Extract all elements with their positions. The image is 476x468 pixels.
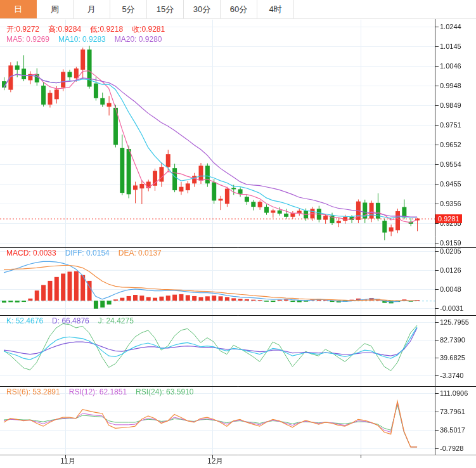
macd-axis-tick-2: 0.0048 (440, 285, 461, 293)
ohlc-item-2: 低:0.9218 (90, 25, 123, 34)
ma-item-1: MA10: 0.9283 (58, 35, 106, 44)
macd-axis-tick-0: 0.0205 (440, 247, 461, 255)
rsi-axis-tick-1: 73.7961 (440, 408, 465, 415)
rsi-header: RSI(6): 53.2891RSI(12): 62.1851RSI(24): … (6, 387, 203, 396)
x-axis-month-0: 11月 (60, 456, 75, 467)
ohlc-item-3: 收:0.9281 (132, 25, 165, 34)
chart-canvas (0, 0, 476, 468)
main-axis-tick-7: 0.9554 (440, 160, 461, 168)
main-axis-tick-0: 1.0244 (440, 23, 461, 30)
trading-chart-app: 日周月5分15分30分60分4时 开:0.9272高:0.9284低:0.921… (0, 0, 476, 468)
macd-axis-tick-3: -0.0031 (440, 304, 463, 312)
main-axis-tick-5: 0.9751 (440, 121, 461, 129)
rsi-axis-tick-3: -0.7928 (440, 445, 463, 452)
rsi-axis-tick-0: 111.0906 (440, 389, 468, 397)
kdj-item-2: J: 24.4275 (98, 316, 134, 325)
rsi-item-1: RSI(12): 62.1851 (69, 387, 127, 396)
rsi-axis-tick-2: 36.5017 (440, 426, 465, 434)
tab-period-0[interactable]: 日 (0, 0, 37, 18)
ohlc-item-1: 高:0.9284 (48, 25, 81, 34)
tab-period-6[interactable]: 60分 (221, 0, 257, 18)
main-axis-tick-9: 0.9356 (440, 200, 461, 207)
kdj-axis-tick-2: 39.6825 (440, 354, 465, 361)
rsi-item-2: RSI(24): 63.5910 (136, 387, 193, 396)
macd-item-0: MACD: 0.0033 (6, 249, 56, 257)
main-axis-tick-8: 0.9455 (440, 180, 461, 188)
ma-item-2: MA20: 0.9280 (115, 35, 162, 44)
main-axis-tick-6: 0.9652 (440, 141, 461, 148)
tab-period-7[interactable]: 4时 (257, 0, 294, 18)
rsi-item-0: RSI(6): 53.2891 (6, 387, 60, 396)
x-axis-month-1: 12月 (207, 456, 223, 467)
ohlc-header: 开:0.9272高:0.9284低:0.9218收:0.9281 (6, 24, 174, 35)
tab-period-4[interactable]: 15分 (147, 0, 184, 18)
tab-period-2[interactable]: 月 (74, 0, 110, 18)
main-axis-tick-2: 1.0046 (440, 62, 461, 70)
tab-period-5[interactable]: 30分 (184, 0, 221, 18)
macd-header: MACD: 0.0033DIFF: 0.0154DEA: 0.0137 (6, 249, 170, 257)
main-axis-tick-3: 0.9948 (440, 82, 461, 89)
period-tabbar: 日周月5分15分30分60分4时 (0, 0, 476, 19)
macd-axis-tick-1: 0.0126 (440, 266, 461, 274)
main-axis-tick-4: 0.9849 (440, 101, 461, 109)
kdj-axis-tick-3: -3.3740 (440, 372, 463, 379)
tab-period-1[interactable]: 周 (37, 0, 74, 18)
main-axis-tick-1: 1.0145 (440, 42, 461, 50)
ma-item-0: MA5: 0.9269 (6, 35, 49, 44)
ma-header: MA5: 0.9269MA10: 0.9283MA20: 0.9280 (6, 35, 170, 44)
main-axis-tick-11: 0.9159 (440, 239, 461, 247)
macd-item-1: DIFF: 0.0154 (65, 249, 110, 257)
kdj-axis-tick-0: 125.7955 (440, 318, 469, 326)
kdj-axis-tick-1: 82.7390 (440, 336, 465, 344)
ohlc-item-0: 开:0.9272 (6, 25, 39, 34)
kdj-item-1: D: 66.4876 (52, 316, 89, 325)
kdj-item-0: K: 52.4676 (6, 316, 43, 325)
tab-period-3[interactable]: 5分 (110, 0, 147, 18)
current-price-tag: 0.9281 (435, 214, 462, 223)
macd-item-2: DEA: 0.0137 (119, 249, 162, 257)
kdj-header: K: 52.4676D: 66.4876J: 24.4275 (6, 316, 143, 325)
